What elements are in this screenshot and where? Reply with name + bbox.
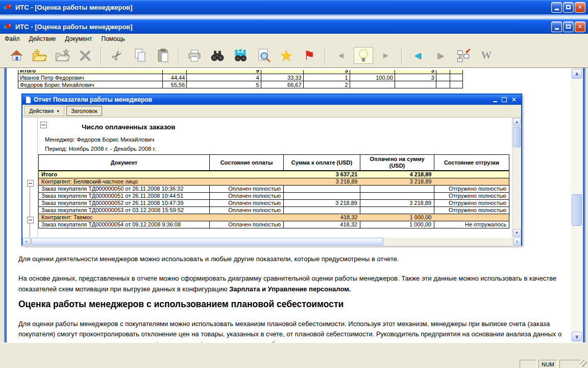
report-horizontal-scrollbar[interactable]: ‹ › [22, 237, 521, 246]
maximize-button[interactable] [502, 97, 507, 102]
toolbar-separator [178, 47, 179, 65]
table-row[interactable]: Федоров Борис Михайлович 55,56 5 66,67 2 [18, 81, 463, 88]
menubar: Файл Действие Документ Помощь [0, 34, 588, 44]
word-export-button[interactable]: W [476, 45, 497, 66]
maximize-button[interactable] [563, 21, 574, 32]
header-button[interactable]: Заголовок [66, 106, 102, 116]
scroll-down-button[interactable]: ∨ [572, 332, 582, 341]
table-row[interactable]: Итого 9 3 3 [18, 70, 463, 74]
open-button[interactable] [29, 45, 50, 66]
report-row-item[interactable]: Заказ покупателя ТД000000051 от 26.11.20… [39, 193, 509, 200]
report-titlebar: Отчет Показатели работы менеджеров ✕ [22, 95, 521, 105]
scroll-up-button[interactable]: ▲ [513, 118, 521, 126]
new-folder-button[interactable] [52, 45, 72, 66]
menu-action[interactable]: Действие [24, 35, 61, 43]
titlebar-back: ИТС - [Оценка работы менеджеров] ✕ [0, 0, 588, 14]
next-topic-button[interactable]: ► [376, 45, 396, 66]
minimize-button[interactable] [551, 2, 562, 13]
report-row-group[interactable]: Контрагент: Твемос 418,32 1 000,00 [39, 214, 509, 221]
highlight-button[interactable] [354, 47, 373, 64]
scroll-thumb[interactable] [31, 238, 383, 245]
paragraph: На основе данных, представленных в отчет… [18, 273, 569, 294]
report-toolbar: Действия▼ Заголовок [22, 105, 521, 118]
find-button[interactable] [207, 45, 228, 66]
close-button[interactable]: ✕ [511, 97, 517, 103]
collapse-group-icon[interactable] [27, 180, 34, 187]
scroll-thumb[interactable] [572, 194, 582, 226]
minimize-button[interactable] [551, 21, 562, 32]
find-people-button[interactable] [230, 45, 251, 66]
grouping-margin [22, 118, 38, 237]
vertical-scrollbar[interactable]: ∧ ∨ [571, 68, 583, 342]
group-line [30, 187, 30, 217]
dropdown-arrow-icon: ▼ [56, 109, 60, 113]
scroll-down-button[interactable]: ▼ [513, 229, 521, 237]
find-people-icon [233, 49, 248, 62]
prev-topic-button[interactable]: ◄ [331, 45, 351, 66]
preview-button[interactable] [253, 45, 274, 66]
actions-button[interactable]: Действия▼ [24, 106, 64, 116]
group-line [30, 223, 30, 237]
forward-arrow-icon: ► [435, 50, 446, 61]
report-row-item[interactable]: Заказ покупателя ТД000000052 от 26.11.20… [39, 200, 509, 207]
report-row-item[interactable]: Заказ покупателя ТД000000050 от 26.11.20… [39, 186, 509, 193]
toolbar-separator [401, 47, 402, 65]
collapse-group-icon[interactable] [27, 217, 34, 223]
paste-icon [157, 49, 169, 62]
report-row-item[interactable]: Заказ покупателя ТД000000053 от 03.12.20… [39, 207, 509, 214]
paste-button[interactable] [153, 45, 173, 66]
report-content: Число оплаченных заказов Менеджер: Федор… [38, 118, 512, 237]
report-title: Число оплаченных заказов [82, 123, 176, 131]
flag-icon: ⚑ [304, 48, 315, 63]
app-icon [3, 2, 13, 12]
toolbar-separator [101, 47, 102, 65]
copy-button[interactable] [130, 45, 150, 66]
scroll-thumb[interactable] [513, 127, 521, 147]
cut-icon: ✂ [108, 47, 126, 64]
print-button[interactable] [184, 45, 205, 66]
forward-button[interactable]: ► [430, 45, 451, 66]
titlebar: ИТС - [Оценка работы менеджеров] ✕ [0, 19, 588, 34]
menu-document[interactable]: Документ [60, 35, 96, 43]
minimize-button[interactable] [493, 98, 497, 102]
report-row-item[interactable]: Заказ покупателя ТД000000054 от 09.12.20… [39, 221, 509, 228]
bold-text: Зарплата и Управление персоналом. [229, 285, 351, 293]
menu-help[interactable]: Помощь [97, 35, 130, 43]
new-folder-icon [55, 49, 70, 62]
close-button[interactable]: ✕ [575, 21, 585, 32]
contents-button[interactable] [453, 45, 474, 66]
status-bar: NUM [0, 342, 588, 368]
scroll-left-button[interactable]: ‹ [22, 238, 31, 245]
report-body: Число оплаченных заказов Менеджер: Федор… [22, 118, 521, 237]
next-arrow-icon: ► [382, 51, 390, 61]
menu-file[interactable]: Файл [0, 35, 24, 43]
toolbar-separator [325, 47, 326, 65]
report-row-total[interactable]: Итого 3 637,21 4 218,89 [39, 171, 509, 178]
report-vertical-scrollbar[interactable]: ▲ ▼ [512, 118, 521, 237]
resize-grip[interactable] [580, 360, 587, 367]
favorites-button[interactable]: ★ [276, 45, 297, 66]
collapse-report-icon[interactable] [40, 122, 47, 128]
maximize-button[interactable] [563, 2, 574, 13]
section-heading: Оценка работы менеджеров с использование… [18, 299, 569, 310]
table-row[interactable]: Иванов Петр Федорович 44,44 4 33,33 1 10… [18, 74, 463, 81]
open-folder-icon [32, 49, 47, 62]
delete-button[interactable] [75, 45, 95, 66]
back-button[interactable]: ◄ [407, 45, 428, 66]
home-icon [10, 49, 23, 62]
report-row-group[interactable]: Контрагент: Белявский-частное лицо 3 218… [39, 178, 509, 186]
home-button[interactable] [6, 45, 27, 66]
scroll-up-button[interactable]: ∧ [572, 69, 582, 79]
prev-arrow-icon: ◄ [337, 51, 346, 61]
print-icon [187, 49, 202, 62]
paragraph: Для оценки деятельности менеджеров можно… [18, 255, 569, 263]
scroll-right-button[interactable]: › [513, 238, 521, 245]
app-window: ИТС - [Оценка работы менеджеров] ✕ ИТС -… [0, 0, 588, 368]
close-button[interactable]: ✕ [575, 2, 585, 13]
copy-icon [134, 49, 146, 62]
report-window-title: Отчет Показатели работы менеджеров [34, 96, 152, 103]
flag-button[interactable]: ⚑ [299, 45, 320, 66]
cut-button[interactable]: ✂ [107, 45, 127, 66]
back-arrow-icon: ◄ [412, 50, 423, 61]
background-table: Итого 9 3 3 Иванов Петр Федорович 44,44 … [18, 70, 463, 90]
